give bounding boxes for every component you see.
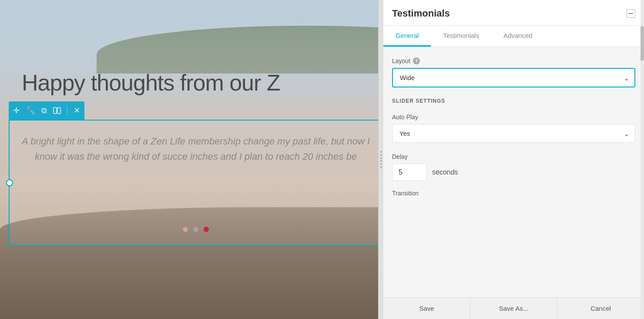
scrollbar-thumb[interactable] (641, 26, 644, 61)
wrench-icon[interactable]: 🔧 (26, 106, 35, 115)
toolbar-divider (67, 106, 67, 115)
layout-help-icon[interactable]: ? (413, 57, 420, 64)
panel-footer: Save Save As... Cancel (383, 297, 644, 319)
panel-body: Layout ? Wide Narrow Full Width ⌄ SLIDER… (383, 47, 644, 297)
drag-dots (380, 151, 382, 168)
transition-label: Transition (392, 190, 635, 197)
settings-panel: Testimonials General Testimonials Advanc… (383, 0, 644, 319)
content-area: Happy thoughts from our Z ✛ 🔧 ⧉ ✕ A brig… (0, 0, 383, 319)
svg-rect-0 (54, 107, 57, 114)
save-button[interactable]: Save (383, 298, 470, 319)
resize-handle-left[interactable] (6, 179, 13, 186)
autoplay-label: Auto Play (392, 114, 635, 121)
close-icon[interactable]: ✕ (74, 106, 80, 115)
save-as-button[interactable]: Save As... (470, 298, 557, 319)
layout-select-wrapper: Wide Narrow Full Width ⌄ (392, 68, 635, 87)
panel-header: Testimonials (383, 0, 644, 26)
delay-row: seconds (392, 164, 635, 181)
tab-general[interactable]: General (383, 26, 431, 47)
layout-label: Layout ? (392, 57, 635, 64)
page-title: Happy thoughts from our Z (22, 70, 352, 96)
delay-unit: seconds (432, 168, 458, 176)
widget-toolbar: ✛ 🔧 ⧉ ✕ (9, 101, 84, 120)
layout-select[interactable]: Wide Narrow Full Width (392, 68, 635, 87)
panel-drag-handle[interactable] (378, 0, 383, 319)
panel-title: Testimonials (392, 8, 450, 19)
move-icon[interactable]: ✛ (13, 106, 20, 115)
panel-tabs: General Testimonials Advanced (383, 26, 644, 47)
slider-settings-heading: SLIDER SETTINGS (392, 98, 635, 107)
columns-icon[interactable] (53, 107, 61, 114)
svg-rect-1 (57, 107, 60, 114)
cancel-button[interactable]: Cancel (557, 298, 644, 319)
copy-icon[interactable]: ⧉ (41, 106, 47, 115)
panel-scrollbar (641, 0, 644, 319)
testimonials-widget: ✛ 🔧 ⧉ ✕ A bright light in the shape of a… (9, 120, 383, 246)
slider-dots (183, 227, 209, 232)
widget-text: A bright light in the shape of a Zen Lif… (18, 134, 373, 164)
tab-testimonials[interactable]: Testimonials (431, 26, 491, 47)
delay-label: Delay (392, 153, 635, 160)
dot-1[interactable] (183, 227, 188, 232)
dot-3[interactable] (204, 227, 209, 232)
delay-input[interactable] (392, 164, 427, 181)
tab-advanced[interactable]: Advanced (491, 26, 545, 47)
dot-2[interactable] (193, 227, 198, 232)
autoplay-select[interactable]: Yes No (392, 124, 635, 143)
autoplay-select-wrapper: Yes No ⌄ (392, 124, 635, 143)
panel-close-button[interactable] (627, 9, 635, 18)
svg-rect-2 (629, 13, 633, 14)
